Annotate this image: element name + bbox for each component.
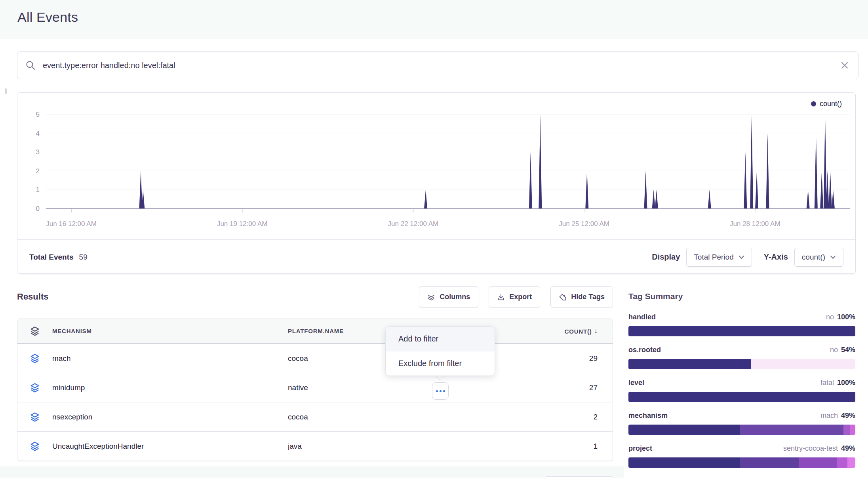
search-icon <box>25 60 36 70</box>
events-chart-card: 012345Jun 16 12:00 AMJun 19 12:00 AMJun … <box>17 92 856 274</box>
columns-button-label: Columns <box>440 293 470 301</box>
tag-name: handled <box>628 313 656 321</box>
tag-bar-segment[interactable] <box>628 326 855 336</box>
events-time-series-chart: 012345Jun 16 12:00 AMJun 19 12:00 AMJun … <box>17 93 855 239</box>
tag-row-os-rooted: os.rooted no54% <box>628 346 855 369</box>
tag-percent: 100% <box>837 313 855 321</box>
tag-row-mechanism: mechanism mach49% <box>628 412 855 435</box>
download-icon <box>497 293 505 301</box>
column-header-mechanism[interactable]: MECHANISM <box>52 328 92 334</box>
tag-percent: 100% <box>837 379 855 387</box>
cell-mechanism: nsexception <box>52 413 92 421</box>
context-menu: Add to filter Exclude from filter <box>385 326 495 376</box>
cell-mechanism: UncaughtExceptionHandler <box>52 442 144 450</box>
export-button-label: Export <box>509 293 532 301</box>
tag-top-value: fatal <box>820 379 834 387</box>
x-axis-label: Jun 19 12:00 AM <box>217 220 268 228</box>
page-title: All Events <box>17 9 78 25</box>
stack-icon-blue <box>29 441 40 452</box>
tag-top-value: no <box>830 346 838 354</box>
table-row: minidump native 27 <box>17 373 613 402</box>
yaxis-dropdown[interactable]: count() <box>794 248 843 267</box>
tag-percent: 49% <box>841 444 855 453</box>
tag-distribution-bar[interactable] <box>628 326 855 336</box>
yaxis-dropdown-value: count() <box>802 253 825 262</box>
stack-icon <box>29 326 40 337</box>
column-header-platform[interactable]: PLATFORM.NAME <box>288 328 344 334</box>
tag-bar-segment[interactable] <box>628 392 855 402</box>
chart-legend[interactable]: count() <box>811 100 842 108</box>
tag-top-value: mach <box>820 412 838 420</box>
results-heading: Results <box>17 292 48 302</box>
tag-bar-segment[interactable] <box>847 457 855 468</box>
tag-distribution-bar[interactable] <box>628 359 855 369</box>
tag-name: project <box>628 444 652 453</box>
chart-spike <box>655 190 658 209</box>
tag-distribution-bar[interactable] <box>628 392 855 402</box>
chart-footer: Total Events 59 Display Total Period Y-A… <box>17 239 855 274</box>
tag-top-value: sentry-cocoa-test <box>783 444 838 453</box>
display-dropdown[interactable]: Total Period <box>686 248 752 267</box>
cell-platform: cocoa <box>288 413 308 421</box>
chart-spike <box>832 190 835 209</box>
cell-platform: java <box>288 442 302 450</box>
hide-tags-button-label: Hide Tags <box>571 293 605 301</box>
tag-row-level: level fatal100% <box>628 379 855 402</box>
cell-count: 27 <box>589 383 598 392</box>
ellipsis-dot <box>443 390 445 392</box>
tag-bar-segment[interactable] <box>628 425 740 435</box>
export-button[interactable]: Export <box>489 286 540 307</box>
chevron-down-icon <box>739 255 744 259</box>
tag-bar-segment[interactable] <box>850 425 855 435</box>
drag-handle[interactable] <box>5 88 7 94</box>
columns-button[interactable]: Columns <box>419 286 478 307</box>
search-input[interactable] <box>42 61 840 70</box>
tag-distribution-bar[interactable] <box>628 457 855 468</box>
legend-series-label: count() <box>820 100 842 108</box>
tag-name: mechanism <box>628 412 668 420</box>
cell-mechanism: minidump <box>52 383 85 392</box>
columns-stack-icon <box>427 293 435 301</box>
table-header-row: MECHANISM PLATFORM.NAME COUNT() ↓ <box>17 319 613 344</box>
row-actions-ellipsis-button[interactable] <box>432 382 449 400</box>
ellipsis-dot <box>440 390 442 392</box>
cell-mechanism: mach <box>52 354 70 362</box>
x-axis-label: Jun 28 12:00 AM <box>730 220 780 228</box>
tag-icon <box>559 293 567 301</box>
menu-item-add-to-filter[interactable]: Add to filter <box>386 327 495 351</box>
tag-bar-segment[interactable] <box>628 457 740 468</box>
search-bar[interactable] <box>17 51 858 79</box>
tag-name: os.rooted <box>628 346 661 354</box>
tag-bar-segment[interactable] <box>799 457 837 468</box>
cell-platform: cocoa <box>288 354 308 362</box>
table-row: nsexception cocoa 2 <box>17 402 613 432</box>
tag-bar-segment[interactable] <box>837 457 847 468</box>
clear-search-icon[interactable] <box>840 61 849 70</box>
chart-spike <box>652 190 655 209</box>
stack-icon-blue <box>29 353 40 364</box>
tag-bar-segment[interactable] <box>751 359 855 369</box>
tag-row-project: project sentry-cocoa-test49% <box>628 444 855 468</box>
cell-count: 2 <box>593 413 598 421</box>
results-table: MECHANISM PLATFORM.NAME COUNT() ↓ mach c… <box>17 319 613 461</box>
pagination-buttons[interactable] <box>544 476 614 478</box>
tag-bar-segment[interactable] <box>628 359 751 369</box>
display-dropdown-value: Total Period <box>694 253 733 262</box>
stack-icon-blue <box>29 382 40 393</box>
chart-spike <box>824 114 827 209</box>
cell-platform: native <box>288 383 308 392</box>
stack-icon-blue <box>29 412 40 423</box>
menu-item-exclude-from-filter[interactable]: Exclude from filter <box>386 351 495 376</box>
total-events-label: Total Events <box>29 253 74 262</box>
x-axis-label: Jun 25 12:00 AM <box>559 220 609 228</box>
x-axis-label: Jun 22 12:00 AM <box>388 220 439 228</box>
column-header-count[interactable]: COUNT() ↓ <box>526 327 613 335</box>
y-axis-label: 2 <box>36 167 40 175</box>
hide-tags-button[interactable]: Hide Tags <box>550 286 613 307</box>
tag-bar-segment[interactable] <box>843 425 850 435</box>
y-axis-label: 3 <box>36 148 40 156</box>
tag-bar-segment[interactable] <box>740 425 843 435</box>
tag-bar-segment[interactable] <box>740 457 799 468</box>
tag-distribution-bar[interactable] <box>628 425 855 435</box>
x-axis-label: Jun 16 12:00 AM <box>46 220 97 228</box>
